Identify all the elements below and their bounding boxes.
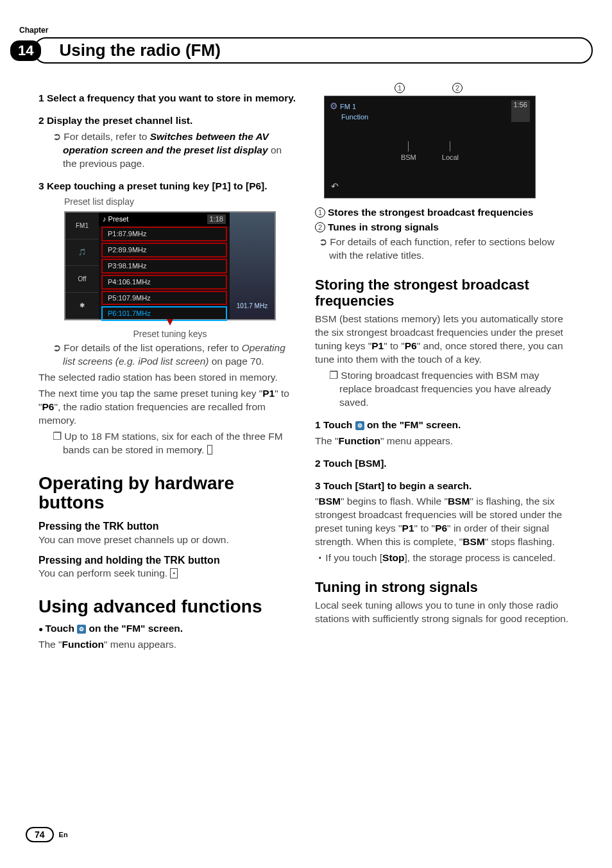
fs-clock: 1:56 bbox=[511, 100, 530, 122]
callout-detail: For details of each function, refer to s… bbox=[315, 236, 574, 263]
preset-clock: 1:18 bbox=[207, 214, 226, 224]
heading-operating-hardware: Operating by hardware buttons bbox=[38, 474, 297, 514]
fs-function-label: Function bbox=[330, 113, 368, 121]
settings-icon: ⚙ bbox=[355, 421, 364, 430]
adv-touch-step: Touch ⚙ on the "FM" screen. bbox=[38, 622, 297, 636]
chapter-number-badge: 14 bbox=[10, 40, 41, 61]
preset-key-p5[interactable]: P5:107.9MHz bbox=[101, 291, 227, 306]
bsm-stop-note: If you touch [Stop], the storage process… bbox=[315, 551, 574, 565]
preset-key-p6[interactable]: P6:101.7MHz bbox=[101, 306, 227, 321]
callout-1: 1 bbox=[395, 83, 405, 93]
right-column: 1 2 ⚙ FM 1 Function 1:56 BSM Local ↶ bbox=[315, 83, 574, 654]
callout-2: 2 bbox=[452, 83, 463, 93]
tuning-body: Local seek tuning allows you to tune in … bbox=[315, 599, 574, 626]
fs-fm-label: FM 1 bbox=[340, 103, 356, 110]
bsm-paragraph: BSM (best stations memory) lets you auto… bbox=[315, 313, 574, 367]
lang-label: En bbox=[59, 831, 68, 838]
preset-caption-top: Preset list display bbox=[64, 196, 297, 208]
list-ops-ref: For details of the list operations, refe… bbox=[38, 342, 297, 369]
note-18-stations: Up to 18 FM stations, six for each of th… bbox=[38, 430, 297, 457]
preset-key-p3[interactable]: P3:98.1MHz bbox=[101, 259, 227, 273]
function-screen-figure: 1 2 ⚙ FM 1 Function 1:56 BSM Local ↶ bbox=[324, 83, 536, 198]
preset-key-p4[interactable]: P4:106.1MHz bbox=[101, 275, 227, 290]
preset-key-p1[interactable]: P1:87.9MHz bbox=[101, 227, 227, 241]
step-2: 2 Display the preset channel list. bbox=[38, 114, 297, 128]
adv-function-menu-line: The "Function" menu appears. bbox=[38, 638, 297, 652]
left-column: 1 Select a frequency that you want to st… bbox=[38, 83, 297, 654]
preset-key-p2[interactable]: P2:89.9MHz bbox=[101, 243, 227, 257]
stored-line-1: The selected radio station has been stor… bbox=[38, 371, 297, 385]
stop-icon: ▪ bbox=[170, 568, 178, 578]
bsm-button[interactable]: BSM bbox=[401, 141, 416, 162]
bsm-step-1: 1 Touch ⚙ on the "FM" screen. bbox=[315, 419, 574, 432]
heading-storing-strongest: Storing the strongest broadcast frequenc… bbox=[315, 277, 574, 309]
callout-item-1: 1 Stores the strongest broadcast frequen… bbox=[315, 206, 574, 220]
step-3: 3 Keep touching a preset tuning key [P1]… bbox=[38, 180, 297, 193]
callout-item-2: 2 Tunes in strong signals bbox=[315, 221, 574, 234]
bsm-step-2: 2 Touch [BSM]. bbox=[315, 457, 574, 471]
bsm-step-3-body: "BSM" begins to flash. While "BSM" is fl… bbox=[315, 495, 574, 549]
local-button[interactable]: Local bbox=[442, 141, 459, 162]
chapter-header: 14 Using the radio (FM) bbox=[10, 37, 593, 64]
heading-press-trk: Pressing the TRK button bbox=[38, 519, 297, 534]
chapter-label: Chapter bbox=[19, 26, 574, 35]
bsm-step-3: 3 Touch [Start] to begin a search. bbox=[315, 480, 574, 493]
bsm-step-1-body: The "Function" menu appears. bbox=[315, 435, 574, 448]
heading-tuning-strong: Tuning in strong signals bbox=[315, 579, 574, 595]
step-1: 1 Select a frequency that you want to st… bbox=[38, 92, 297, 105]
side-bt-icon: ✱ bbox=[65, 293, 99, 320]
step-2-detail: For details, refer to Switches between t… bbox=[38, 130, 297, 171]
gear-icon: ⚙ bbox=[330, 101, 338, 111]
side-off-label: Off bbox=[65, 266, 99, 293]
back-icon[interactable]: ↶ bbox=[331, 180, 339, 193]
settings-icon: ⚙ bbox=[77, 625, 86, 634]
side-icon: 🎵 bbox=[65, 239, 99, 266]
preset-header-label: ♪ Preset bbox=[103, 214, 128, 224]
page-title: Using the radio (FM) bbox=[33, 37, 593, 64]
page-number: 74 bbox=[26, 827, 54, 842]
side-fm-label: FM1 bbox=[65, 213, 99, 239]
preset-right-panel: 101.7 MHz bbox=[230, 213, 275, 319]
heading-hold-trk: Pressing and holding the TRK button bbox=[38, 553, 297, 568]
bsm-note: Storing broadcast frequencies with BSM m… bbox=[315, 369, 574, 410]
hold-trk-body: You can perform seek tuning. ▪ bbox=[38, 567, 297, 580]
heading-advanced-functions: Using advanced functions bbox=[38, 597, 297, 617]
stored-line-2: The next time you tap the same preset tu… bbox=[38, 387, 297, 428]
arrow-down-icon bbox=[167, 319, 173, 326]
page-footer: 74 En bbox=[26, 827, 68, 842]
press-trk-body: You can move preset channels up or down. bbox=[38, 534, 297, 547]
stop-icon: ▪ bbox=[207, 445, 212, 455]
preset-caption-bottom: Preset tuning keys bbox=[64, 328, 276, 340]
preset-list-figure: FM1 🎵 Off ✱ ♪ Preset 1:18 P1:87.9MHz P2:… bbox=[64, 211, 276, 340]
